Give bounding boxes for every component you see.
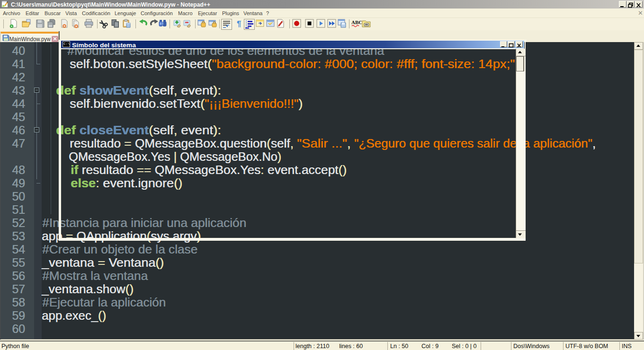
svg-text:ABC: ABC [351, 19, 362, 25]
svg-text:¶: ¶ [237, 19, 241, 28]
